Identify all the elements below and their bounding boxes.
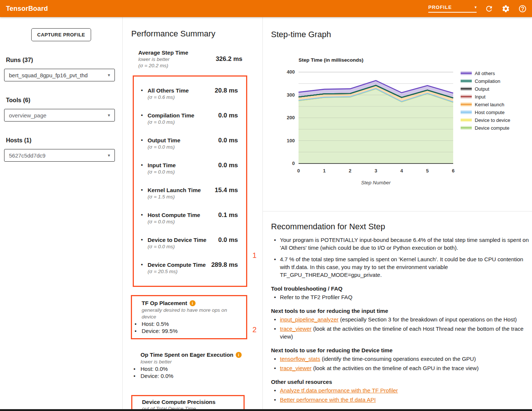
- tf-op-placement-note: generally desired to have more ops on de…: [132, 307, 242, 320]
- svg-text:Output: Output: [475, 86, 489, 92]
- metric-text: Compilation Time(σ = 0.0 ms): [148, 112, 194, 125]
- recommendation-title: Recommendation for Next Step: [271, 222, 531, 232]
- recommendation-item: Better performance with the tf.data API: [271, 396, 531, 404]
- app-header: TensorBoard PROFILE ▾: [0, 0, 532, 17]
- svg-text:0: 0: [292, 161, 295, 166]
- svg-text:200: 200: [287, 115, 295, 120]
- metric-label: Input Time: [148, 162, 176, 169]
- recommendation-link[interactable]: trace_viewer: [280, 365, 312, 371]
- metric-note: lower is better: [138, 56, 188, 62]
- recommendation-link[interactable]: Analyze tf.data performance with the TF …: [280, 387, 398, 394]
- svg-text:2: 2: [349, 168, 351, 174]
- dashboard-select[interactable]: PROFILE ▾: [428, 4, 477, 13]
- recommendation-link[interactable]: tensorflow_stats: [280, 356, 320, 362]
- refresh-icon[interactable]: [485, 4, 493, 13]
- runs-select[interactable]: bert_squad_8gpu_fp16_pvt_thd ▾: [4, 69, 115, 81]
- recommendation-section-list: input_pipeline_analyzer (especially Sect…: [271, 315, 531, 340]
- recommendation-link[interactable]: Better performance with the tf.data API: [280, 397, 376, 403]
- metric-text: Host Compute Time(σ = 0.0 ms): [148, 211, 200, 225]
- average-step-time-row: Average Step Time lower is better (σ = 2…: [123, 49, 262, 69]
- svg-text:Step Time (in milliseconds): Step Time (in milliseconds): [299, 57, 364, 63]
- recommendation-item: tensorflow_stats (identify the time-cons…: [271, 355, 531, 363]
- metric-text: Kernel Launch Time(σ = 1.5 ms): [148, 187, 201, 200]
- app-title: TensorBoard: [6, 5, 48, 13]
- metric-row: Compilation Time(σ = 0.0 ms)0.0 ms: [134, 112, 238, 125]
- metric-value: 20.8 ms: [215, 87, 238, 94]
- step-time-chart[interactable]: Step Time (in milliseconds)0100200300400…: [272, 54, 532, 192]
- metric-label: Kernel Launch Time: [148, 187, 201, 194]
- svg-text:Device compute: Device compute: [475, 125, 509, 131]
- chevron-down-icon: ▾: [474, 5, 477, 10]
- chevron-down-icon: ▾: [108, 72, 110, 78]
- recommendation-item: Analyze tf.data performance with the TF …: [271, 386, 531, 394]
- metric-text: Device Compute Time(σ = 20.5 ms): [148, 261, 206, 275]
- metric-value: 0.0 ms: [218, 162, 238, 169]
- recommendation-section-heading: Next tools to use for reducing the input…: [271, 308, 531, 314]
- tools-select[interactable]: overview_page ▾: [4, 109, 115, 122]
- performance-summary-panel: Performance Summary Average Step Time lo…: [123, 17, 263, 409]
- svg-text:0: 0: [297, 168, 300, 174]
- svg-text:3: 3: [374, 168, 377, 174]
- tools-label: Tools (6): [6, 97, 115, 104]
- metric-text: Output Time(σ = 0.0 ms): [148, 137, 180, 150]
- recommendation-item: trace_viewer (look at the activities on …: [271, 364, 531, 372]
- recommendation-section-list: Analyze tf.data performance with the TF …: [271, 386, 531, 404]
- list-item: Host: 0.5%: [132, 320, 242, 327]
- metric-sigma: (σ = 1.5 ms): [148, 194, 201, 200]
- recommendation-item: Refer to the TF2 Profiler FAQ: [271, 293, 531, 301]
- bottom-edge-strip: [0, 409, 532, 411]
- runs-select-value: bert_squad_8gpu_fp16_pvt_thd: [9, 72, 88, 78]
- svg-text:100: 100: [287, 138, 295, 143]
- metric-value: 326.2 ms: [216, 55, 242, 63]
- recommendation-section-heading: Other useful resources: [271, 379, 531, 385]
- svg-text:All others: All others: [475, 71, 495, 76]
- recommendation-section-heading: Tool troubleshooting / FAQ: [271, 285, 531, 292]
- metric-value: 0.0 ms: [218, 236, 238, 244]
- metric-sigma: (σ = 0.6 ms): [148, 94, 189, 100]
- metric-value: 0.0 ms: [218, 137, 238, 144]
- capture-profile-button[interactable]: CAPTURE PROFILE: [31, 28, 91, 41]
- info-icon[interactable]: i: [190, 300, 196, 306]
- recommendation-bullet: Your program is POTENTIALLY input-bound …: [271, 236, 531, 252]
- eager-execution-block: Op Time Spent on Eager Execution i lower…: [131, 351, 262, 379]
- metric-sigma: (σ = 20.2 ms): [138, 62, 188, 69]
- metric-row: Host Compute Time(σ = 0.0 ms)0.1 ms: [134, 211, 238, 225]
- info-icon[interactable]: i: [236, 352, 242, 358]
- svg-text:400: 400: [287, 69, 295, 75]
- recommendation-link[interactable]: trace_viewer: [280, 326, 312, 332]
- metric-text: All Others Time(σ = 0.6 ms): [148, 87, 189, 100]
- recommendation-link[interactable]: input_pipeline_analyzer: [280, 316, 339, 323]
- metric-sigma: (σ = 0.0 ms): [148, 243, 206, 250]
- tools-select-value: overview_page: [9, 112, 46, 119]
- metric-row: Input Time(σ = 0.0 ms)0.0 ms: [134, 162, 238, 175]
- svg-text:Device to device: Device to device: [475, 117, 510, 123]
- dashboard-select-value: PROFILE: [428, 4, 452, 10]
- metric-row: Kernel Launch Time(σ = 1.5 ms)15.4 ms: [134, 187, 238, 200]
- svg-text:1: 1: [323, 168, 326, 174]
- metric-text: Input Time(σ = 0.0 ms): [148, 162, 176, 175]
- hosts-label: Hosts (1): [6, 137, 115, 144]
- recommendation-section-list: tensorflow_stats (identify the time-cons…: [271, 355, 531, 372]
- annotation-box-1: All Others Time(σ = 0.6 ms)20.8 msCompil…: [133, 75, 247, 287]
- metric-label: Average Step Time: [138, 49, 188, 56]
- metric-value: 0.0 ms: [218, 112, 238, 119]
- metric-label: Output Time: [148, 137, 180, 144]
- recommendation-section-list: Refer to the TF2 Profiler FAQ: [271, 293, 531, 301]
- metric-value: 289.8 ms: [211, 261, 238, 269]
- metric-label: Device Compute Time: [148, 261, 206, 268]
- metric-label: Compilation Time: [148, 112, 194, 119]
- metric-text: Device to Device Time(σ = 0.0 ms): [148, 236, 206, 250]
- metric-sigma: (σ = 0.0 ms): [148, 219, 200, 225]
- recommendation-item: trace_viewer (look at the activities on …: [271, 325, 531, 340]
- help-icon[interactable]: [518, 4, 527, 13]
- tf-op-placement-title: TF Op Placement i: [132, 300, 242, 307]
- metric-label: Host Compute Time: [148, 211, 200, 219]
- sidebar: CAPTURE PROFILE Runs (37) bert_squad_8gp…: [0, 17, 123, 409]
- precisions-title: Device Compute Precisions: [132, 398, 240, 405]
- svg-text:Compilation: Compilation: [475, 78, 500, 84]
- annotation-number-1: 1: [252, 251, 257, 260]
- metric-value: 0.1 ms: [218, 211, 238, 219]
- hosts-select[interactable]: 5627c5dd7dc9 ▾: [4, 149, 115, 162]
- svg-text:4: 4: [400, 168, 403, 174]
- settings-gear-icon[interactable]: [502, 4, 510, 13]
